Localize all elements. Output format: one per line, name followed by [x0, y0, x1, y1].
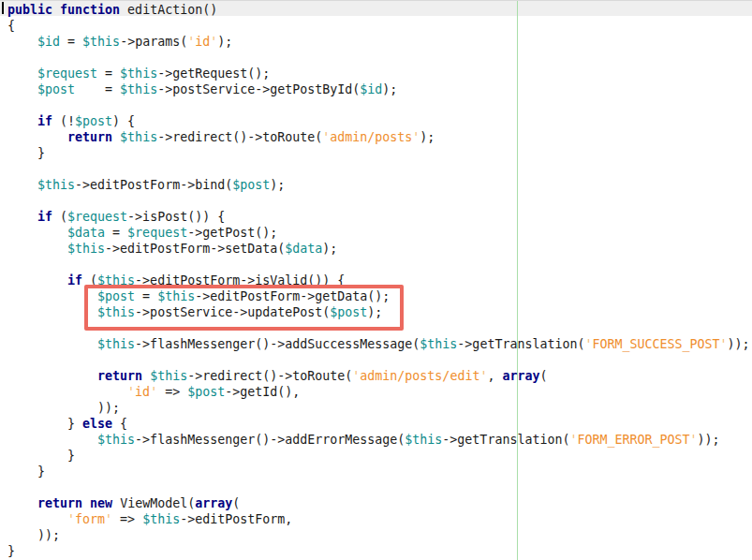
- code-line[interactable]: $request = $this->getRequest();: [7, 66, 750, 81]
- code-token: ': [720, 337, 728, 351]
- code-line[interactable]: [7, 50, 750, 66]
- code-token: ViewModel(: [112, 496, 195, 510]
- code-line[interactable]: }: [7, 448, 750, 464]
- code-line[interactable]: [7, 161, 750, 177]
- code-line[interactable]: {: [7, 18, 750, 34]
- code-line[interactable]: $post = $this->postService->getPostById(…: [7, 81, 750, 97]
- code-token: $post: [37, 82, 75, 96]
- code-token: [82, 496, 90, 510]
- code-token: [7, 369, 97, 383]
- code-line[interactable]: [7, 352, 750, 368]
- code-token: [7, 210, 37, 224]
- code-token: }: [7, 146, 45, 160]
- code-line[interactable]: [7, 97, 750, 113]
- code-token: $id: [37, 35, 60, 49]
- code-token: }: [7, 464, 45, 479]
- code-token: $post: [187, 385, 225, 399]
- code-line[interactable]: ));: [7, 527, 750, 543]
- code-token: ) {: [112, 114, 135, 128]
- code-line[interactable]: if (!$post) {: [7, 113, 750, 129]
- code-token: ->redirect()->toRoute(: [157, 130, 322, 144]
- code-token: ));: [728, 337, 750, 351]
- code-token: $request: [67, 210, 127, 224]
- code-token: (!: [52, 114, 75, 128]
- code-token: ->getId(),: [225, 385, 300, 399]
- code-line[interactable]: $this->editPostForm->bind($post);: [7, 177, 750, 193]
- code-token: id: [195, 35, 210, 49]
- code-token: $request: [127, 226, 187, 240]
- code-token: (: [232, 496, 240, 510]
- code-token: {: [7, 19, 15, 33]
- code-token: [7, 114, 37, 128]
- code-token: if: [37, 114, 52, 128]
- code-token: ->editPostForm->setData(: [105, 242, 285, 256]
- code-token: }: [7, 417, 82, 431]
- code-token: ': [150, 385, 157, 399]
- code-token: form: [75, 512, 105, 526]
- code-editor[interactable]: public function editAction(){ $id = $thi…: [0, 0, 752, 560]
- code-line[interactable]: 'id' => $post->getId(),: [7, 384, 750, 400]
- highlight-box: [84, 285, 404, 331]
- code-token: =>: [157, 385, 187, 399]
- code-token: );: [382, 82, 397, 96]
- code-token: ,: [487, 369, 502, 383]
- code-token: [7, 35, 37, 49]
- code-token: $data: [67, 226, 105, 240]
- code-line[interactable]: } else {: [7, 416, 750, 432]
- code-line[interactable]: }: [7, 464, 750, 479]
- code-token: );: [420, 130, 435, 144]
- code-area[interactable]: public function editAction(){ $id = $thi…: [7, 2, 750, 559]
- code-line[interactable]: [7, 257, 750, 273]
- code-line[interactable]: return $this->redirect()->toRoute('admin…: [7, 129, 750, 145]
- code-token: ->flashMessenger()->addErrorMessage(: [135, 433, 405, 447]
- code-token: $this: [120, 66, 157, 81]
- code-line[interactable]: [7, 193, 750, 209]
- code-line[interactable]: return $this->redirect()->toRoute('admin…: [7, 368, 750, 384]
- code-token: [7, 433, 97, 447]
- code-token: [7, 337, 97, 351]
- code-line[interactable]: $this->flashMessenger()->addErrorMessage…: [7, 432, 750, 448]
- code-token: $post: [232, 178, 270, 192]
- code-line[interactable]: $data = $request->getPost();: [7, 225, 750, 241]
- code-token: $this: [67, 242, 105, 256]
- code-token: );: [217, 35, 232, 49]
- code-token: $this: [120, 82, 157, 96]
- code-token: $id: [360, 82, 382, 96]
- code-token: $request: [37, 66, 97, 81]
- code-line[interactable]: $this->flashMessenger()->addSuccessMessa…: [7, 336, 750, 352]
- code-token: ': [67, 512, 75, 526]
- code-token: ->editPostForm,: [180, 512, 292, 526]
- code-token: ->getPost();: [187, 226, 277, 240]
- code-token: return: [67, 130, 112, 144]
- code-token: }: [7, 544, 15, 558]
- code-line[interactable]: public function editAction(): [7, 2, 750, 18]
- code-token: [7, 226, 67, 240]
- code-token: admin/posts: [330, 130, 412, 144]
- code-token: [7, 385, 127, 399]
- code-token: ->editPostForm->bind(: [75, 178, 232, 192]
- code-line[interactable]: $this->editPostForm->setData($data);: [7, 241, 750, 257]
- code-token: =>: [112, 512, 142, 526]
- code-line[interactable]: }: [7, 543, 750, 559]
- code-line[interactable]: 'form' => $this->editPostForm,: [7, 511, 750, 527]
- code-token: [7, 273, 67, 287]
- code-token: $this: [420, 337, 457, 351]
- code-line[interactable]: ));: [7, 400, 750, 416]
- code-token: ->getTranslation(: [457, 337, 584, 351]
- code-token: public: [7, 3, 52, 17]
- code-token: );: [270, 178, 285, 192]
- code-token: ': [690, 433, 698, 447]
- code-line[interactable]: return new ViewModel(array(: [7, 495, 750, 511]
- code-line[interactable]: }: [7, 145, 750, 161]
- text-cursor: [2, 2, 4, 14]
- code-token: [142, 369, 150, 383]
- code-token: [7, 66, 37, 81]
- code-token: [7, 496, 37, 510]
- code-line[interactable]: [7, 479, 750, 495]
- code-line[interactable]: $id = $this->params('id');: [7, 34, 750, 50]
- code-token: ->getRequest();: [157, 66, 270, 81]
- code-line[interactable]: if ($request->isPost()) {: [7, 209, 750, 225]
- code-token: id: [135, 385, 150, 399]
- code-token: if: [37, 210, 52, 224]
- code-token: ': [127, 385, 135, 399]
